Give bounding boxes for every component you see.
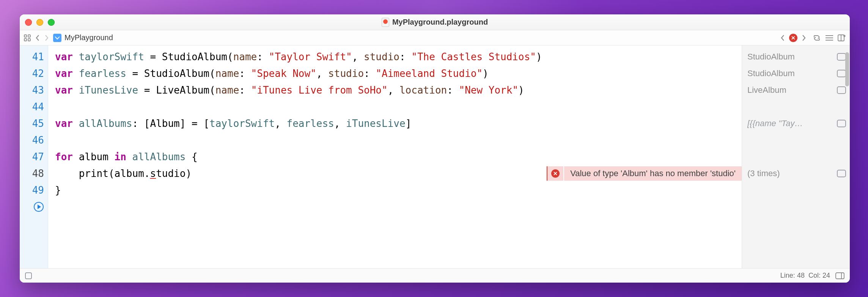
svg-rect-0 [24, 35, 27, 37]
run-playground-button[interactable] [20, 199, 44, 215]
scrollbar-thumb[interactable] [845, 52, 849, 86]
svg-rect-1 [28, 35, 30, 37]
line-number[interactable]: 42 [20, 65, 44, 82]
code-line[interactable]: for album in allAlbums { [55, 148, 742, 165]
inspectors-toggle-icon[interactable] [835, 272, 844, 279]
inline-error-banner[interactable]: Value of type 'Album' has no member 'stu… [547, 166, 742, 181]
add-editor-icon[interactable] [838, 34, 846, 41]
result-row: (3 times) [747, 165, 846, 182]
line-number[interactable]: 48 [20, 165, 44, 182]
next-issue-icon[interactable] [801, 34, 807, 41]
result-row: StudioAlbum [747, 48, 846, 65]
svg-rect-12 [836, 273, 844, 279]
prev-issue-icon[interactable] [780, 34, 785, 41]
editor-split: 414243444546474849 var taylorSwift = Stu… [20, 45, 850, 268]
result-value: StudioAlbum [747, 69, 834, 78]
close-window-button[interactable] [25, 19, 32, 26]
error-indicator-icon[interactable] [789, 34, 797, 42]
back-icon[interactable] [35, 34, 40, 41]
error-message: Value of type 'Album' has no member 'stu… [564, 166, 742, 181]
adjust-editor-icon[interactable] [825, 34, 834, 41]
titlebar: MyPlayground.playground [20, 14, 850, 30]
code-text[interactable]: var taylorSwift = StudioAlbum(name: "Tay… [48, 45, 742, 268]
related-items-icon[interactable] [24, 34, 31, 42]
forward-icon[interactable] [44, 34, 49, 41]
quicklook-icon[interactable] [837, 120, 846, 127]
source-editor[interactable]: 414243444546474849 var taylorSwift = Stu… [20, 45, 742, 268]
code-line[interactable]: var taylorSwift = StudioAlbum(name: "Tay… [55, 48, 742, 65]
quicklook-icon[interactable] [837, 170, 846, 177]
breadcrumb-label: MyPlayground [64, 33, 113, 42]
line-number-gutter[interactable]: 414243444546474849 [20, 45, 48, 268]
quicklook-icon[interactable] [837, 86, 846, 94]
line-number[interactable]: 43 [20, 82, 44, 98]
xcode-playground-window: MyPlayground.playground MyPlayground [20, 14, 850, 283]
zoom-window-button[interactable] [48, 19, 55, 26]
line-number[interactable]: 45 [20, 115, 44, 132]
result-row [747, 148, 846, 165]
result-value: [{{name "Tay… [747, 119, 834, 128]
counterparts-icon[interactable] [813, 34, 821, 42]
svg-rect-3 [28, 39, 30, 41]
traffic-lights [25, 19, 55, 26]
code-line[interactable]: var fearless = StudioAlbum(name: "Speak … [55, 65, 742, 82]
debug-area-toggle-icon[interactable] [25, 272, 32, 279]
line-number[interactable]: 49 [20, 182, 44, 199]
line-number[interactable]: 46 [20, 132, 44, 148]
result-row [747, 98, 846, 115]
result-row [747, 132, 846, 148]
status-bar: Line: 48 Col: 24 [20, 268, 850, 283]
quicklook-icon[interactable] [837, 70, 846, 77]
results-sidebar: StudioAlbumStudioAlbumLiveAlbum[{{name "… [742, 45, 850, 268]
result-row: StudioAlbum [747, 65, 846, 82]
jump-bar: MyPlayground [20, 30, 850, 45]
result-row: LiveAlbum [747, 82, 846, 98]
playground-icon [382, 18, 389, 27]
line-number[interactable]: 44 [20, 98, 44, 115]
code-line[interactable]: print(album.studio)Value of type 'Album'… [55, 165, 742, 182]
code-line[interactable] [55, 98, 742, 115]
swift-icon [53, 34, 61, 42]
cursor-position: Line: 48 Col: 24 [780, 272, 830, 280]
result-value: LiveAlbum [747, 85, 834, 95]
result-row [747, 182, 846, 199]
result-value: StudioAlbum [747, 52, 834, 62]
breadcrumb[interactable]: MyPlayground [53, 33, 113, 42]
window-title: MyPlayground.playground [392, 18, 488, 27]
code-line[interactable]: var iTunesLive = LiveAlbum(name: "iTunes… [55, 82, 742, 98]
result-row: [{{name "Tay… [747, 115, 846, 132]
minimize-window-button[interactable] [36, 19, 43, 26]
code-line[interactable] [55, 132, 742, 148]
svg-rect-2 [24, 39, 27, 41]
quicklook-icon[interactable] [837, 53, 846, 61]
line-number[interactable]: 47 [20, 148, 44, 165]
code-line[interactable]: var allAlbums: [Album] = [taylorSwift, f… [55, 115, 742, 132]
result-value: (3 times) [747, 169, 834, 178]
error-icon [551, 169, 560, 178]
line-number[interactable]: 41 [20, 48, 44, 65]
code-line[interactable]: } [55, 182, 742, 199]
